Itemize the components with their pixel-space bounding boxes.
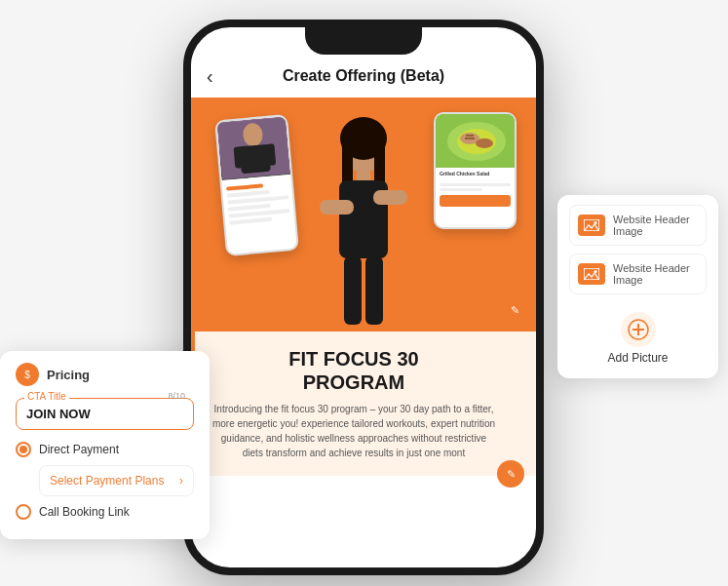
svg-rect-12 (373, 190, 407, 205)
program-section: FIT FOCUS 30PROGRAM Introducing the fit … (191, 332, 536, 476)
main-figure (300, 117, 427, 332)
svg-point-19 (476, 138, 493, 148)
svg-rect-11 (320, 200, 354, 215)
hero-section: Grilled Chicken Salad ✎ (191, 98, 536, 332)
phone-content: Grilled Chicken Salad ✎ FIT FOCUS 30PROG… (191, 98, 536, 567)
svg-point-23 (594, 221, 597, 224)
cta-field[interactable]: CTA Title 8/10 JOIN NOW (16, 398, 194, 430)
program-description: Introducing the fit focus 30 program – y… (211, 402, 497, 460)
svg-point-25 (594, 270, 597, 273)
svg-rect-14 (365, 256, 383, 325)
back-button[interactable]: ‹ (207, 65, 213, 88)
add-picture-section[interactable]: Add Picture (569, 302, 707, 369)
mini-food-card: Grilled Chicken Salad (434, 112, 517, 229)
website-header-row-1[interactable]: Website Header Image (569, 205, 707, 246)
website-header-label-1: Website Header Image (613, 214, 698, 237)
phone-notch (305, 27, 422, 55)
add-picture-label: Add Picture (607, 351, 668, 365)
call-booking-label: Call Booking Link (39, 505, 130, 519)
mini-line (226, 183, 263, 190)
food-image (436, 114, 515, 168)
cta-value: JOIN NOW (26, 407, 183, 421)
website-header-icon-2 (578, 263, 605, 285)
page-title: Create Offering (Beta) (283, 67, 444, 85)
program-edit-button[interactable]: ✎ (497, 460, 524, 488)
phone-header: ‹ Create Offering (Beta) (191, 55, 536, 98)
website-header-icon-1 (578, 215, 605, 236)
chevron-right-icon: › (179, 474, 183, 488)
add-picture-icon (621, 312, 656, 347)
svg-rect-13 (344, 256, 362, 325)
call-booking-option[interactable]: Call Booking Link (16, 504, 194, 520)
hero-edit-button[interactable]: ✎ (501, 296, 528, 324)
call-booking-radio[interactable] (16, 504, 31, 520)
gym-person-image (216, 116, 290, 180)
website-header-card: Website Header Image Website Header Imag… (557, 195, 718, 378)
pricing-header: $ Pricing (16, 363, 194, 386)
mini-phone-left (214, 114, 299, 256)
pricing-icon: $ (16, 363, 39, 386)
mini-phone-image (216, 116, 290, 180)
food-detail-lines (436, 179, 515, 213)
direct-payment-option[interactable]: Direct Payment (16, 442, 194, 457)
cta-count: 8/10 (168, 391, 185, 401)
svg-rect-9 (357, 168, 370, 182)
website-header-label-2: Website Header Image (613, 262, 698, 286)
mini-card-content (221, 175, 294, 232)
program-title: FIT FOCUS 30PROGRAM (211, 347, 497, 394)
direct-payment-label: Direct Payment (39, 443, 119, 456)
select-payment-plans-row[interactable]: Select Payment Plans › (39, 465, 194, 496)
food-label: Grilled Chicken Salad (436, 168, 515, 179)
website-header-row-2[interactable]: Website Header Image (569, 254, 707, 294)
svg-rect-4 (264, 143, 276, 166)
mini-line (229, 217, 272, 225)
svg-rect-3 (233, 146, 245, 169)
phone-frame: ‹ Create Offering (Beta) (183, 20, 544, 575)
pricing-title: Pricing (47, 368, 90, 382)
direct-payment-radio[interactable] (16, 442, 31, 457)
pricing-card: $ Pricing CTA Title 8/10 JOIN NOW Direct… (0, 351, 210, 539)
select-payment-plans-label: Select Payment Plans (50, 474, 164, 488)
cta-label: CTA Title (24, 391, 69, 402)
